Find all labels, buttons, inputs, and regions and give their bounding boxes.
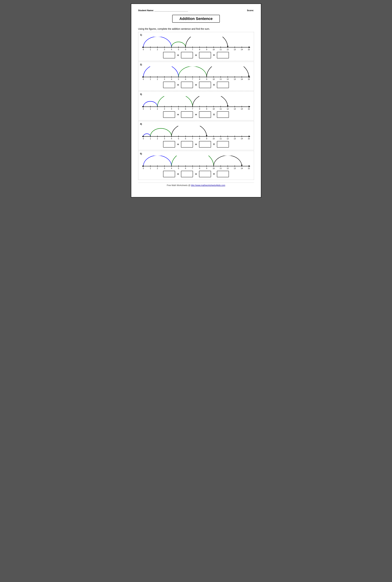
footer-link[interactable]: http://www.mathworksheets4kids.com [191,184,225,187]
svg-text:13: 13 [234,167,236,169]
svg-text:12: 12 [227,167,229,169]
svg-text:14: 14 [241,167,243,169]
answer-box-1[interactable] [163,52,175,58]
svg-text:15: 15 [248,48,250,50]
svg-text:14: 14 [241,48,243,50]
svg-text:14: 14 [241,108,243,110]
answer-box-1[interactable] [163,82,175,88]
svg-text:8: 8 [199,48,200,50]
answer-box-3[interactable] [199,52,211,58]
student-name-label: Student Name: __________________________… [138,9,188,12]
svg-text:13: 13 [234,78,236,80]
svg-text:10: 10 [212,108,215,110]
svg-text:14: 14 [241,78,243,80]
answer-box-4[interactable] [217,141,229,147]
svg-text:10: 10 [212,78,215,80]
plus-operator-2: + [195,143,197,146]
svg-text:0: 0 [143,108,144,110]
svg-text:8: 8 [199,167,200,169]
plus-operator: + [177,143,179,146]
svg-text:10: 10 [212,48,215,50]
answer-box-2[interactable] [181,52,193,58]
answer-box-2[interactable] [181,141,193,147]
answer-box-3[interactable] [199,111,211,118]
answer-box-1[interactable] [163,141,175,147]
number-line: 0123456789101112131415 [140,66,252,80]
number-line: 0123456789101112131415 [140,156,252,169]
svg-text:2: 2 [157,48,158,50]
plus-operator: + [177,172,179,176]
answer-box-1[interactable] [163,171,175,177]
problem-number: 4) [140,123,252,125]
svg-marker-39 [249,76,250,78]
problem-number: 5) [140,152,252,155]
svg-text:9: 9 [206,108,207,110]
problem-number: 3) [140,93,252,95]
svg-text:8: 8 [199,138,200,140]
svg-marker-3 [249,46,250,48]
problem-number: 1) [140,33,252,36]
answer-box-4[interactable] [217,171,229,177]
equals-operator: = [213,172,215,176]
svg-text:7: 7 [192,108,193,110]
svg-text:6: 6 [185,167,186,169]
problem-section: 3)0123456789101112131415 + + = [138,91,254,120]
svg-text:11: 11 [220,138,222,140]
svg-text:6: 6 [185,108,186,110]
svg-text:5: 5 [178,48,179,50]
svg-text:12: 12 [227,78,229,80]
svg-text:8: 8 [199,108,200,110]
svg-marker-75 [249,106,250,107]
svg-text:10: 10 [212,167,215,169]
svg-text:5: 5 [178,78,179,80]
equals-operator: = [213,83,215,87]
svg-text:4: 4 [171,167,172,169]
svg-text:14: 14 [241,138,243,140]
answer-box-3[interactable] [199,141,211,147]
answer-box-4[interactable] [217,52,229,58]
answer-box-2[interactable] [181,82,193,88]
svg-text:13: 13 [234,108,236,110]
svg-text:15: 15 [248,167,250,169]
answer-box-3[interactable] [199,171,211,177]
title-container: Addition Sentence [138,15,254,25]
worksheet-page: Student Name: __________________________… [131,3,262,198]
svg-text:1: 1 [150,167,151,169]
svg-text:13: 13 [234,48,236,50]
equation-row: + + = [140,141,252,147]
answer-box-4[interactable] [217,111,229,118]
plus-operator: + [177,53,179,57]
answer-box-3[interactable] [199,82,211,88]
svg-text:5: 5 [178,108,179,110]
answer-box-1[interactable] [163,111,175,118]
answer-box-2[interactable] [181,111,193,118]
svg-text:0: 0 [143,78,144,80]
svg-text:12: 12 [227,48,229,50]
svg-text:4: 4 [171,78,172,80]
svg-text:12: 12 [227,138,229,140]
footer: Free Math Worksheets @ http://www.mathwo… [138,183,254,187]
svg-text:9: 9 [206,78,207,80]
header: Student Name: __________________________… [138,9,254,12]
plus-operator: + [177,113,179,116]
svg-text:11: 11 [220,78,222,80]
svg-text:13: 13 [234,138,236,140]
answer-box-4[interactable] [217,82,229,88]
equation-row: + + = [140,82,252,88]
svg-text:3: 3 [164,167,165,169]
svg-text:7: 7 [192,78,193,80]
plus-operator-2: + [195,113,197,116]
svg-text:0: 0 [143,48,144,50]
answer-box-2[interactable] [181,171,193,177]
svg-text:15: 15 [248,108,250,110]
svg-text:11: 11 [220,167,222,169]
problem-section: 4)0123456789101112131415 + + = [138,121,254,150]
svg-marker-147 [249,165,250,167]
svg-text:1: 1 [150,108,151,110]
svg-text:7: 7 [192,167,193,169]
equals-operator: = [213,53,215,57]
svg-text:2: 2 [157,138,158,140]
svg-text:3: 3 [164,48,165,50]
plus-operator-2: + [195,53,197,57]
svg-text:6: 6 [185,48,186,50]
